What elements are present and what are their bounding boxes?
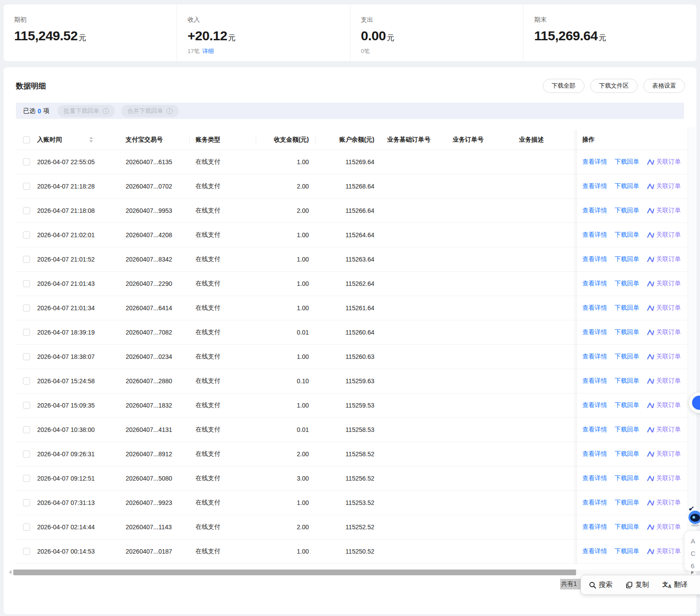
ai-icon [647,378,654,384]
context-search-button[interactable]: 搜索 [589,580,612,589]
download-receipt-link[interactable]: 下载回单 [615,182,639,190]
download-receipt-link[interactable]: 下载回单 [615,328,639,336]
cell-balance: 115260.63 [316,345,381,369]
related-order-link[interactable]: 关联订单 [656,377,681,385]
related-order-link[interactable]: 关联订单 [656,547,681,555]
view-details-link[interactable]: 查看详情 [582,426,607,434]
select-all-checkbox[interactable] [23,136,30,143]
table-row: 2026-04-07 15:09:35 20260407...1832 在线支付… [16,393,688,418]
download-receipt-link[interactable]: 下载回单 [615,231,639,239]
row-checkbox[interactable] [23,183,30,190]
related-order-link[interactable]: 关联订单 [656,328,681,336]
row-checkbox[interactable] [23,256,30,263]
cell-balance: 115250.52 [316,539,381,563]
table-settings-button[interactable]: 表格设置 [643,79,685,93]
view-details-link[interactable]: 查看详情 [582,377,607,385]
scrollbar-thumb[interactable] [13,570,576,575]
cell-transaction-id: 20260407...6135 [126,150,190,174]
download-receipt-link[interactable]: 下载回单 [615,523,639,531]
expense-count: 0笔 [361,47,523,55]
row-checkbox[interactable] [23,280,30,287]
row-checkbox[interactable] [23,377,30,385]
cell-amount: 1.00 [256,393,316,417]
related-order-link[interactable]: 关联订单 [656,499,681,507]
view-details-link[interactable]: 查看详情 [582,280,607,288]
view-details-link[interactable]: 查看详情 [582,474,607,482]
download-all-button[interactable]: 下载全部 [543,79,585,93]
footer-total-text: 共有1 [560,579,581,589]
row-checkbox[interactable] [23,548,30,555]
merge-download-button[interactable]: 合并下载回单 i [121,105,179,117]
context-translate-button[interactable]: 文A 翻译 [662,580,688,589]
download-receipt-link[interactable]: 下载回单 [615,426,639,434]
download-zone-button[interactable]: 下载文件区 [590,79,638,93]
row-checkbox[interactable] [23,231,30,239]
related-order-link[interactable]: 关联订单 [656,401,681,409]
row-checkbox[interactable] [23,329,30,336]
scroll-left-arrow-icon[interactable] [9,570,12,574]
row-checkbox[interactable] [23,499,30,506]
related-order-link[interactable]: 关联订单 [656,474,681,482]
download-receipt-link[interactable]: 下载回单 [615,255,639,263]
view-details-link[interactable]: 查看详情 [582,158,607,166]
related-order-link[interactable]: 关联订单 [656,231,681,239]
row-checkbox[interactable] [23,475,30,482]
related-order-link[interactable]: 关联订单 [656,523,681,531]
view-details-link[interactable]: 查看详情 [582,182,607,190]
download-receipt-link[interactable]: 下载回单 [615,499,639,507]
view-details-link[interactable]: 查看详情 [582,499,607,507]
view-details-link[interactable]: 查看详情 [582,328,607,336]
view-details-link[interactable]: 查看详情 [582,401,607,409]
header-transaction-id: 支付宝交易号 [126,130,190,150]
ai-icon [647,329,654,335]
view-details-link[interactable]: 查看详情 [582,450,607,458]
view-details-link[interactable]: 查看详情 [582,353,607,361]
view-details-link[interactable]: 查看详情 [582,523,607,531]
related-order-link[interactable]: 关联订单 [656,280,681,288]
row-checkbox[interactable] [23,524,30,531]
related-order-link[interactable]: 关联订单 [656,426,681,434]
row-checkbox[interactable] [23,158,30,166]
cell-amount: 1.00 [256,296,316,320]
income-detail-link[interactable]: 详细 [202,48,214,54]
side-panel-collapsed[interactable]: A C 6 [684,531,700,571]
related-order-link[interactable]: 关联订单 [656,182,681,190]
scrollbar-track[interactable] [13,570,688,575]
view-details-link[interactable]: 查看详情 [582,231,607,239]
row-checkbox[interactable] [23,402,30,409]
related-order-link[interactable]: 关联订单 [656,304,681,312]
related-order-link[interactable]: 关联订单 [656,255,681,263]
download-receipt-link[interactable]: 下载回单 [615,207,639,215]
view-details-link[interactable]: 查看详情 [582,304,607,312]
cell-transaction-id: 20260407...1832 [126,393,190,417]
download-receipt-link[interactable]: 下载回单 [615,377,639,385]
download-receipt-link[interactable]: 下载回单 [615,353,639,361]
download-receipt-link[interactable]: 下载回单 [615,450,639,458]
robot-mascot-icon[interactable] [686,506,700,531]
download-receipt-link[interactable]: 下载回单 [615,547,639,555]
view-details-link[interactable]: 查看详情 [582,255,607,263]
table-row: 2026-04-07 00:14:53 20260407...0187 在线支付… [16,539,688,564]
batch-download-button[interactable]: 批量下载回单 i [58,105,115,117]
table-row: 2026-04-07 15:24:58 20260407...2880 在线支付… [16,369,688,393]
cell-order-id [447,199,513,223]
related-order-link[interactable]: 关联订单 [656,207,681,215]
cell-actions: 查看详情 下载回单 关联订单 [577,515,688,539]
row-checkbox[interactable] [23,450,30,458]
download-receipt-link[interactable]: 下载回单 [615,401,639,409]
context-copy-button[interactable]: 复制 [626,580,649,589]
related-order-link[interactable]: 关联订单 [656,353,681,361]
view-details-link[interactable]: 查看详情 [582,207,607,215]
download-receipt-link[interactable]: 下载回单 [615,474,639,482]
download-receipt-link[interactable]: 下载回单 [615,304,639,312]
download-receipt-link[interactable]: 下载回单 [615,280,639,288]
row-checkbox[interactable] [23,353,30,360]
sort-icon[interactable] [89,137,93,142]
view-details-link[interactable]: 查看详情 [582,547,607,555]
row-checkbox[interactable] [23,207,30,214]
related-order-link[interactable]: 关联订单 [656,158,681,166]
download-receipt-link[interactable]: 下载回单 [615,158,639,166]
row-checkbox[interactable] [23,426,30,433]
related-order-link[interactable]: 关联订单 [656,450,681,458]
row-checkbox[interactable] [23,304,30,312]
